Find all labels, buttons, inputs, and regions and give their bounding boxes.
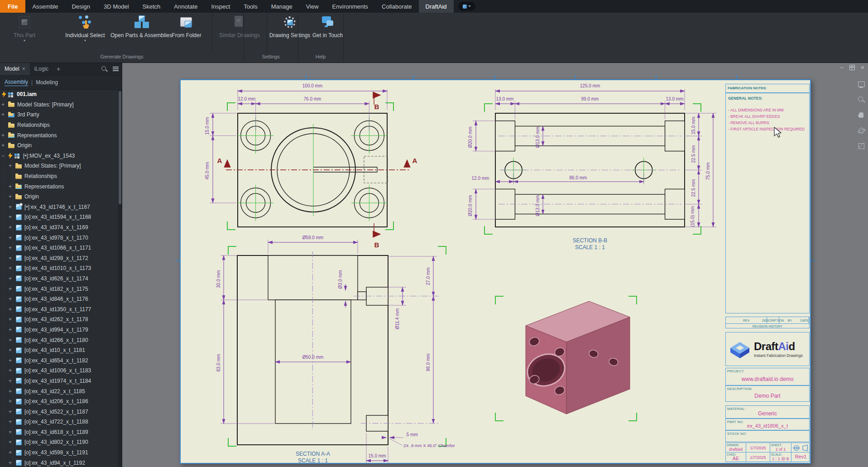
- drawing-canvas[interactable]: − × .k2{stroke:#1e1e1e;: [122, 63, 868, 467]
- tree-item[interactable]: + [o]:ex_43_id298_x_t_1172: [0, 253, 118, 264]
- tree-expander[interactable]: +: [9, 255, 15, 261]
- tree-expander[interactable]: +: [9, 183, 15, 190]
- drawing-sheet[interactable]: .k2{stroke:#1e1e1e;stroke-width:2;fill:n…: [180, 79, 811, 464]
- tree-item[interactable]: + [o]:ex_43_id626_x_t_1174: [0, 274, 118, 284]
- tree-expander[interactable]: +: [9, 409, 15, 415]
- close-button[interactable]: ×: [861, 64, 864, 71]
- ribbon-button[interactable]: Individual Select ▾: [49, 13, 121, 51]
- tree-item[interactable]: + [o]:ex_43_id206_x_t_1186: [0, 396, 118, 407]
- tree-item[interactable]: + [o]:ex_43_id374_x_t_1169: [0, 222, 118, 233]
- tree-item[interactable]: + [o]:ex_43_id1350_x_t_1177: [0, 304, 118, 314]
- tree-scrollbar[interactable]: [118, 89, 122, 467]
- tree-item[interactable]: + [o]:ex_43_id618_x_t_1189: [0, 427, 118, 438]
- tree-item[interactable]: + [o]:ex_43_id1006_x_t_1183: [0, 366, 118, 376]
- search-icon[interactable]: [101, 66, 107, 72]
- ribbon-button[interactable]: Open Parts & Assemblies: [121, 13, 161, 51]
- menu-item[interactable]: View: [299, 0, 326, 13]
- tree-expander[interactable]: +: [9, 163, 15, 169]
- tree-expander[interactable]: +: [9, 357, 15, 364]
- tree-expander[interactable]: +: [9, 378, 15, 384]
- tree-item[interactable]: + Origin: [0, 140, 118, 151]
- restore-button[interactable]: [849, 65, 855, 70]
- zoom-icon[interactable]: [858, 96, 865, 104]
- tree-item[interactable]: − [•]:MOV_ex_43_1543: [0, 151, 118, 161]
- tree-expander[interactable]: +: [9, 306, 15, 313]
- tree-item[interactable]: + Origin: [0, 192, 118, 202]
- menu-item[interactable]: Collaborate: [375, 0, 419, 13]
- tree-item[interactable]: + [o]:ex_43_id1974_x_t_1184: [0, 376, 118, 386]
- tree-expander[interactable]: +: [9, 460, 15, 466]
- tree-expander[interactable]: +: [9, 347, 15, 353]
- tab-ilogic[interactable]: iLogic: [30, 63, 53, 75]
- full-screen-icon[interactable]: [858, 81, 865, 88]
- tree-expander[interactable]: +: [9, 337, 15, 343]
- tree-item[interactable]: + [o]:ex_43_id1010_x_t_1173: [0, 263, 118, 274]
- tree-expander[interactable]: +: [9, 245, 15, 251]
- tree-expander[interactable]: +: [9, 429, 15, 435]
- orbit-icon[interactable]: [858, 127, 865, 135]
- recording-pill[interactable]: [458, 2, 475, 11]
- tree-expander[interactable]: +: [9, 204, 15, 210]
- tree-item[interactable]: + [o]:ex_43_id94_x_t_1192: [0, 457, 118, 467]
- tree-item[interactable]: + [o]:ex_43_id522_x_t_1187: [0, 406, 118, 417]
- scrollbar-thumb[interactable]: [119, 91, 121, 204]
- tree-expander[interactable]: +: [9, 235, 15, 241]
- tree-expander[interactable]: +: [1, 132, 8, 139]
- tree-item[interactable]: + [o]:ex_43_id654_x_t_1182: [0, 355, 118, 366]
- tree-expander[interactable]: +: [9, 388, 15, 395]
- tree-expander[interactable]: +: [1, 111, 8, 118]
- tree-item[interactable]: + [o]:ex_43_id802_x_t_1190: [0, 437, 118, 448]
- tree-item[interactable]: + Model States: [Primary]: [0, 100, 118, 110]
- tree-expander[interactable]: +: [1, 142, 8, 149]
- ribbon-button[interactable]: This Part ▾: [0, 13, 49, 51]
- tree-item[interactable]: + [o]:ex_43_id262_x_t_1178: [0, 314, 118, 325]
- tree-expander[interactable]: +: [9, 286, 15, 292]
- menu-item[interactable]: Annotate: [167, 0, 204, 13]
- subtab-assembly[interactable]: Assembly: [5, 79, 28, 86]
- tree-item[interactable]: + Representations: [0, 181, 118, 192]
- tree-expander[interactable]: +: [9, 327, 15, 333]
- hamburger-menu-icon[interactable]: [113, 66, 119, 72]
- menu-item[interactable]: Assemble: [25, 0, 65, 13]
- tree-expander[interactable]: +: [9, 193, 15, 200]
- tree-expander[interactable]: +: [9, 419, 15, 425]
- menu-item[interactable]: Environments: [326, 0, 375, 13]
- ribbon-button[interactable]: Get in Touch: [312, 13, 343, 51]
- tree-expander[interactable]: +: [9, 275, 15, 282]
- tab-model[interactable]: Model ×: [0, 63, 30, 75]
- view-cube-icon[interactable]: [858, 142, 865, 150]
- minimize-button[interactable]: −: [840, 64, 844, 71]
- tree-expander[interactable]: +: [9, 296, 15, 302]
- close-icon[interactable]: ×: [22, 66, 25, 72]
- ribbon-button[interactable]: Similar Drawings: [212, 13, 267, 51]
- ribbon-button[interactable]: From Folder: [161, 13, 212, 51]
- menu-item[interactable]: Inspect: [204, 0, 237, 13]
- tree-expander[interactable]: +: [1, 101, 8, 108]
- tree-item[interactable]: + [o]:ex_43_id1594_x_t_1168: [0, 212, 118, 222]
- tree-item[interactable]: + Representations: [0, 130, 118, 140]
- tree-item[interactable]: 001.iam: [0, 89, 118, 100]
- tree-item[interactable]: + [•]:ex_43_id1746_x_t_1167: [0, 202, 118, 212]
- menu-item[interactable]: Design: [65, 0, 96, 13]
- tree-item[interactable]: + [o]:ex_43_id1066_x_t_1171: [0, 243, 118, 253]
- tree-item[interactable]: + [o]:ex_43_id10_x_t_1181: [0, 345, 118, 356]
- tree-item[interactable]: + [o]:ex_43_id266_x_t_1180: [0, 335, 118, 345]
- menu-item[interactable]: 3D Model: [97, 0, 136, 13]
- tree-item[interactable]: + [o]:ex_43_id978_x_t_1170: [0, 232, 118, 243]
- tree-item[interactable]: Relationships: [0, 171, 118, 182]
- tree-item[interactable]: Relationships: [0, 120, 118, 130]
- tree-item[interactable]: + [o]:ex_43_id22_x_t_1185: [0, 386, 118, 396]
- menu-item[interactable]: DraftAid: [419, 0, 454, 13]
- tree-item[interactable]: + Model States: [Primary]: [0, 161, 118, 171]
- menu-item[interactable]: File: [0, 0, 25, 13]
- pan-hand-icon[interactable]: [858, 111, 865, 119]
- ribbon-button[interactable]: Drawing Settings: [267, 13, 312, 51]
- tree-expander[interactable]: +: [9, 224, 15, 231]
- tree-expander[interactable]: +: [9, 439, 15, 445]
- tree-item[interactable]: + [o]:ex_43_id846_x_t_1176: [0, 294, 118, 304]
- tree-expander[interactable]: +: [9, 367, 15, 374]
- tree-expander[interactable]: +: [9, 398, 15, 404]
- tree-expander[interactable]: +: [9, 449, 15, 456]
- tree-expander[interactable]: +: [9, 214, 15, 220]
- menu-item[interactable]: Tools: [237, 0, 264, 13]
